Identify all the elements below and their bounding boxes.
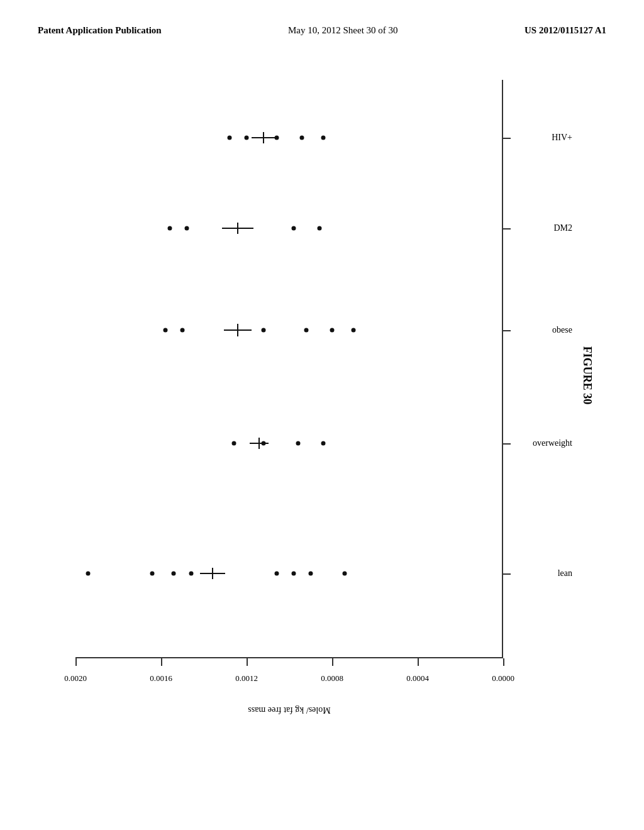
y-tick-hiv [503,138,511,139]
data-point [227,136,231,140]
x-tick-4 [418,658,419,666]
x-label-3: 0.0008 [321,673,343,683]
chart-container: 0.0020 0.0016 0.0012 0.0008 0.0004 0.000… [0,55,644,784]
data-point [172,572,176,576]
plot-area: 0.0020 0.0016 0.0012 0.0008 0.0004 0.000… [75,92,503,658]
figure-label: FIGURE 30 [580,346,594,405]
sheet-info: May 10, 2012 Sheet 30 of 30 [288,25,398,36]
x-tick-0 [75,658,77,666]
y-tick-lean [503,573,511,575]
x-tick-5 [503,658,504,666]
data-point [330,328,335,333]
data-point [262,328,266,333]
x-label-1: 0.0016 [150,673,172,683]
x-label-4: 0.0004 [406,673,429,683]
data-point [309,572,313,576]
x-tick-2 [247,658,248,666]
x-tick-3 [332,658,333,666]
data-point [167,226,172,231]
data-point [86,572,91,576]
x-axis [75,657,503,658]
y-tick-dm2 [503,228,511,230]
x-label-5: 0.0000 [492,673,514,683]
axis-top-extension [502,80,503,92]
data-point [352,328,356,333]
patent-number: US 2012/0115127 A1 [525,25,606,36]
y-tick-obese [503,330,511,331]
data-point [150,572,155,576]
x-tick-1 [161,658,162,666]
data-point [317,226,321,231]
data-point [180,328,185,333]
data-point [184,226,189,231]
y-label-obese: obese [552,325,572,335]
data-point [343,572,347,576]
data-point [189,572,193,576]
data-point [291,572,296,576]
y-tick-overweight [503,443,511,445]
data-point [245,136,249,140]
y-label-overweight: overweight [533,438,572,448]
y-label-hiv: HIV+ [552,133,572,143]
x-label-2: 0.0012 [235,673,258,683]
publication-label: Patent Application Publication [38,25,162,36]
x-axis-title: Moles/ kg fat free mass [248,705,330,715]
data-point [304,328,309,333]
data-point [300,136,304,140]
data-point [274,572,279,576]
data-point [291,226,296,231]
y-label-lean: lean [558,568,572,578]
x-label-0: 0.0020 [64,673,87,683]
y-label-dm2: DM2 [553,223,572,233]
data-point [321,441,326,446]
data-point [231,441,236,446]
data-point [163,328,167,333]
data-point [296,441,300,446]
data-point [321,136,326,140]
